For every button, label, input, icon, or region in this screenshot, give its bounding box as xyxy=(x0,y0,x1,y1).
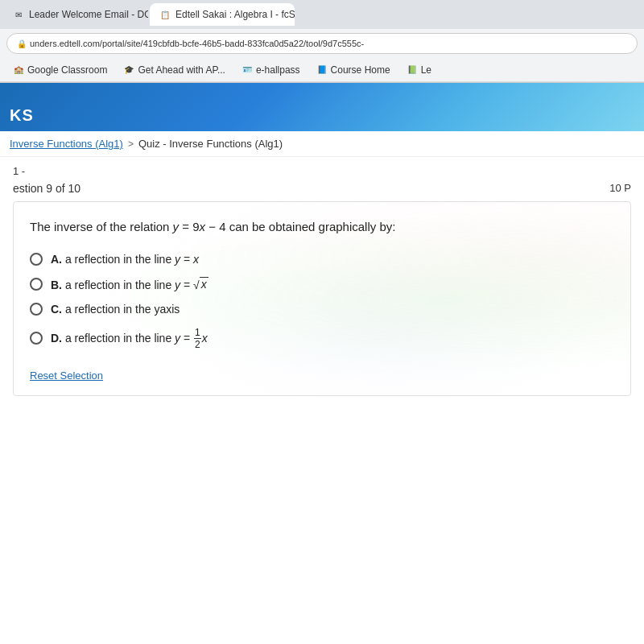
option-d[interactable]: D. a reflection in the line y = 1 2 x xyxy=(30,327,614,351)
fraction-numerator: 1 xyxy=(194,327,201,339)
breadcrumb-separator: > xyxy=(128,138,134,150)
lock-icon: 🔒 xyxy=(17,39,27,48)
tab-email-favicon: ✉ xyxy=(13,9,24,20)
bookmark-course-home[interactable]: 📘 Course Home xyxy=(310,63,397,77)
radio-d[interactable] xyxy=(30,332,43,345)
sqrt-symbol-b: √x xyxy=(193,277,208,291)
answer-options: A. a reflection in the line y = x B. a r… xyxy=(30,253,614,351)
bookmark-course-home-label: Course Home xyxy=(331,64,390,76)
quiz-container: 1 - estion 9 of 10 10 P The inverse of t… xyxy=(0,157,644,404)
breadcrumb-current: Quiz - Inverse Functions (Alg1) xyxy=(138,138,283,150)
address-text: unders.edtell.com/portal/site/419cbfdb-b… xyxy=(30,39,364,48)
fraction-denominator: 2 xyxy=(194,339,201,350)
bookmark-ehallpass-label: e-hallpass xyxy=(256,64,300,76)
radio-c[interactable] xyxy=(30,303,43,316)
reset-selection-link[interactable]: Reset Selection xyxy=(30,369,103,382)
option-b[interactable]: B. a reflection in the line y = √x xyxy=(30,277,614,291)
tab-edtell[interactable]: 📋 Edtell Sakai : Algebra I - fcSU22- xyxy=(150,3,295,26)
bookmarks-bar: 🏫 Google Classroom 🎓 Get Ahead with AP..… xyxy=(0,58,644,82)
question-box: The inverse of the relation y = 9x − 4 c… xyxy=(13,201,631,396)
option-c[interactable]: C. a reflection in the yaxis xyxy=(30,303,614,316)
bookmark-google-classroom-label: Google Classroom xyxy=(27,64,107,76)
address-bar[interactable]: 🔒 unders.edtell.com/portal/site/419cbfdb… xyxy=(6,33,638,54)
bookmark-ehallpass[interactable]: 🪪 e-hallpass xyxy=(235,63,307,77)
tab-edtell-favicon: 📋 xyxy=(159,9,171,20)
bookmark-google-classroom-icon: 🏫 xyxy=(13,64,24,76)
browser-chrome: ✉ Leader Welcome Email - DOSM 📋 Edtell S… xyxy=(0,0,644,83)
option-c-text: C. a reflection in the yaxis xyxy=(51,303,180,316)
bookmark-le-label: Le xyxy=(421,64,431,76)
address-bar-row: 🔒 unders.edtell.com/portal/site/419cbfdb… xyxy=(0,29,644,58)
sqrt-radical: √ xyxy=(193,279,200,291)
bookmark-google-classroom[interactable]: 🏫 Google Classroom xyxy=(6,63,114,77)
question-meta: estion 9 of 10 10 P xyxy=(13,182,631,195)
bookmark-ehallpass-icon: 🪪 xyxy=(242,64,253,76)
banner-text: KS xyxy=(10,106,34,125)
bookmark-le[interactable]: 📗 Le xyxy=(400,63,438,77)
score-row: 1 - xyxy=(13,165,631,177)
radio-b[interactable] xyxy=(30,278,43,291)
sqrt-x: x xyxy=(200,277,208,291)
radio-a[interactable] xyxy=(30,253,43,266)
bookmark-ap-icon: 🎓 xyxy=(123,64,134,76)
tab-edtell-label: Edtell Sakai : Algebra I - fcSU22- xyxy=(175,9,295,20)
breadcrumb-link[interactable]: Inverse Functions (Alg1) xyxy=(10,138,123,150)
option-d-text: D. a reflection in the line y = 1 2 x xyxy=(51,327,208,351)
bookmark-le-icon: 📗 xyxy=(407,64,418,76)
page-content: KS Inverse Functions (Alg1) > Quiz - Inv… xyxy=(0,83,644,404)
question-text: The inverse of the relation y = 9x − 4 c… xyxy=(30,218,614,237)
tab-email-label: Leader Welcome Email - DOSM xyxy=(29,9,148,20)
tab-email[interactable]: ✉ Leader Welcome Email - DOSM xyxy=(3,3,148,26)
tab-bar: ✉ Leader Welcome Email - DOSM 📋 Edtell S… xyxy=(0,0,644,29)
bookmark-course-home-icon: 📘 xyxy=(316,64,328,76)
question-number: estion 9 of 10 xyxy=(13,182,80,195)
bookmark-ap[interactable]: 🎓 Get Ahead with AP... xyxy=(117,63,232,77)
option-a-text: A. a reflection in the line y = x xyxy=(51,253,199,266)
breadcrumb: Inverse Functions (Alg1) > Quiz - Invers… xyxy=(0,131,644,157)
fraction-d: 1 2 xyxy=(194,327,201,351)
blue-banner: KS xyxy=(0,83,644,131)
bookmark-ap-label: Get Ahead with AP... xyxy=(138,64,225,76)
option-a[interactable]: A. a reflection in the line y = x xyxy=(30,253,614,266)
option-b-text: B. a reflection in the line y = √x xyxy=(51,277,208,291)
points-label: 10 P xyxy=(609,182,631,194)
